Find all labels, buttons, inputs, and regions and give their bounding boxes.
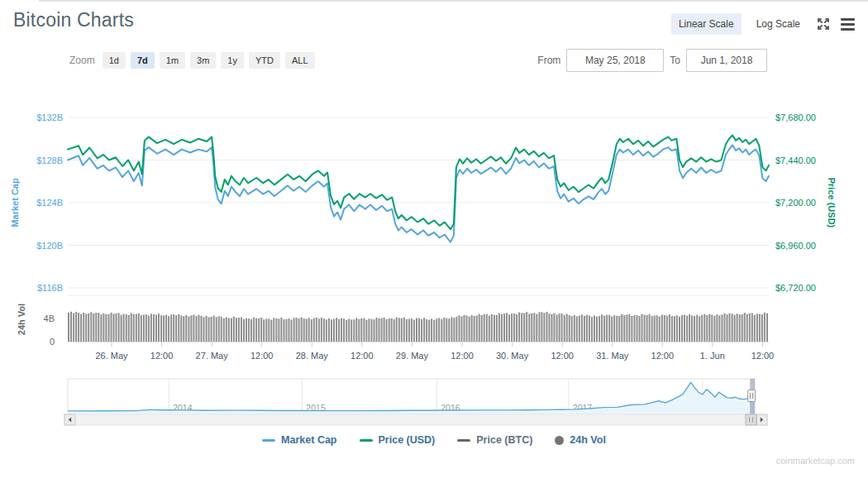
price-axis-labels: $7,680.00$7,440.00$7,200.00$6,960.00$6,7… [775,112,816,293]
bitcoin-charts-page: Bitcoin Charts Linear Scale Log Scale Zo… [0,0,868,483]
svg-text:$132B: $132B [36,112,63,122]
svg-text:31. May: 31. May [596,351,629,361]
svg-text:30. May: 30. May [496,351,529,361]
legend-label: 24h Vol [570,434,606,446]
svg-text:12:00: 12:00 [150,351,174,361]
market-cap-axis-title: Market Cap [10,178,20,227]
legend-label: Market Cap [281,434,336,446]
svg-text:$124B: $124B [36,198,63,208]
svg-text:$7,440.00: $7,440.00 [775,155,816,165]
svg-text:4B: 4B [44,313,55,323]
scrollbar-right-button[interactable] [756,414,767,425]
svg-text:26. May: 26. May [95,351,128,361]
legend: Market CapPrice (USD)Price (BTC)24h Vol [0,434,868,446]
legend-label: Price (BTC) [476,434,532,446]
svg-text:12:00: 12:00 [250,351,274,361]
scrollbar-track[interactable] [64,414,767,425]
price-axis-title: Price (USD) [827,178,837,228]
x-axis-labels: 26. May12:0027. May12:0028. May12:0029. … [95,351,774,361]
svg-text:12:00: 12:00 [451,351,474,361]
navigator-handle[interactable] [748,390,756,402]
legend-label: Price (USD) [379,434,436,446]
legend-item-price-usd[interactable]: Price (USD) [360,434,436,446]
svg-text:$120B: $120B [36,241,63,251]
scrollbar-thumb[interactable] [746,414,756,425]
svg-text:29. May: 29. May [396,351,429,361]
svg-text:12:00: 12:00 [651,351,675,361]
24h-vol-marker-icon [555,436,564,445]
svg-text:$7,680.00: $7,680.00 [775,112,816,122]
market-cap-axis-labels: $132B$128B$124B$120B$116B [36,112,63,293]
legend-item-24h-vol[interactable]: 24h Vol [555,434,606,446]
svg-text:27. May: 27. May [196,351,229,361]
svg-text:$6,720.00: $6,720.00 [775,283,816,293]
svg-text:28. May: 28. May [296,351,329,361]
svg-text:$6,960.00: $6,960.00 [775,241,816,251]
bitcoin-price-chart: $132B$128B$124B$120B$116B$7,680.00$7,440… [0,0,868,430]
volume-axis-labels: 4B0 [44,313,55,347]
legend-item-price-btc[interactable]: Price (BTC) [457,434,532,446]
svg-text:$128B: $128B [36,155,63,165]
navigator[interactable]: 20142015201620172018 [68,379,755,416]
price-btc-marker-icon [457,439,470,442]
volume-axis-title: 24h Vol [17,304,26,335]
svg-text:0: 0 [50,337,55,347]
svg-text:1. Jun: 1. Jun [700,351,725,361]
svg-text:$116B: $116B [37,283,63,293]
svg-text:12:00: 12:00 [351,351,374,361]
watermark: coinmarketcap.com [776,456,855,466]
scrollbar-left-button[interactable] [64,414,75,425]
price-usd-marker-icon [360,439,373,442]
svg-text:12:00: 12:00 [551,351,574,361]
plot-area[interactable] [68,117,769,342]
svg-text:$7,200.00: $7,200.00 [775,198,816,208]
market-cap-marker-icon [262,439,275,442]
legend-item-market-cap[interactable]: Market Cap [262,434,336,446]
x-axis-ticks [112,342,762,347]
svg-text:12:00: 12:00 [751,351,775,361]
